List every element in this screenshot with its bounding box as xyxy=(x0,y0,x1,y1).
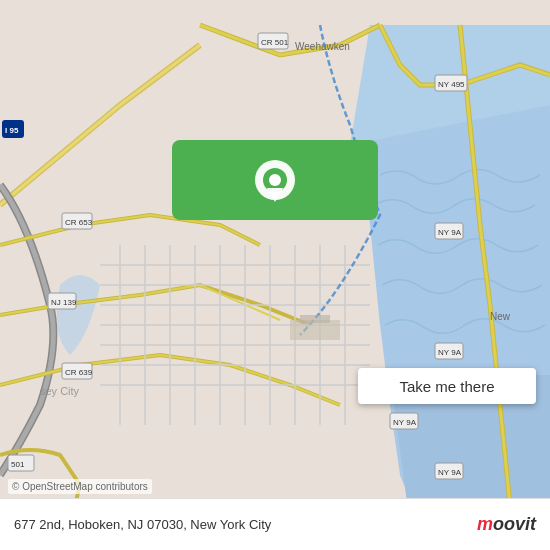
svg-text:CR 501: CR 501 xyxy=(261,38,289,47)
map-container: sey City Weehawken New I 95 CR 501 CR 65… xyxy=(0,0,550,550)
map-background: sey City Weehawken New I 95 CR 501 CR 65… xyxy=(0,0,550,550)
svg-text:New: New xyxy=(490,311,511,322)
moovit-brand-text: moovit xyxy=(477,514,536,535)
svg-rect-27 xyxy=(300,315,330,323)
svg-text:CR 639: CR 639 xyxy=(65,368,93,377)
svg-text:NY 9A: NY 9A xyxy=(438,348,462,357)
svg-text:501: 501 xyxy=(11,460,25,469)
location-pin-icon xyxy=(253,158,297,210)
svg-text:NY 9A: NY 9A xyxy=(438,228,462,237)
svg-text:I 95: I 95 xyxy=(5,126,19,135)
svg-text:NY 9A: NY 9A xyxy=(393,418,417,427)
moovit-logo: moovit xyxy=(477,514,536,535)
svg-text:NY 495: NY 495 xyxy=(438,80,465,89)
svg-point-30 xyxy=(269,174,281,186)
bottom-bar: 677 2nd, Hoboken, NJ 07030, New York Cit… xyxy=(0,498,550,550)
address-label: 677 2nd, Hoboken, NJ 07030, New York Cit… xyxy=(14,517,271,532)
svg-text:CR 653: CR 653 xyxy=(65,218,93,227)
svg-text:sey City: sey City xyxy=(40,385,80,397)
svg-text:NY 9A: NY 9A xyxy=(438,468,462,477)
svg-text:Weehawken: Weehawken xyxy=(295,41,350,52)
location-card: Take me there xyxy=(172,140,378,220)
svg-text:NJ 139: NJ 139 xyxy=(51,298,77,307)
copyright-text: © OpenStreetMap contributors xyxy=(8,479,152,494)
take-me-there-button[interactable]: Take me there xyxy=(358,368,536,404)
map-pin-area xyxy=(253,140,297,220)
